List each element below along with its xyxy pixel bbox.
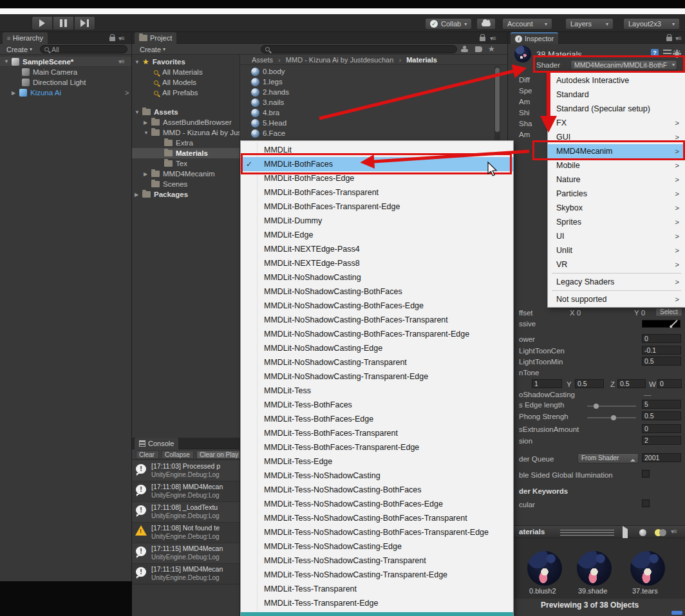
shader-variant-item[interactable]: MMDLit-NoShadowCasting-BothFaces-Transpa… bbox=[241, 327, 513, 341]
render-queue-field[interactable]: 2001 bbox=[642, 453, 681, 462]
foldout-closed-icon[interactable]: ▶ bbox=[12, 90, 19, 96]
foldout-open-icon[interactable]: ▼ bbox=[135, 59, 142, 65]
material-preview-sphere[interactable] bbox=[577, 551, 612, 586]
tree-item-materials-selected[interactable]: Materials bbox=[132, 148, 240, 158]
shadow-casting-value[interactable]: — bbox=[644, 391, 652, 398]
gear-icon[interactable] bbox=[675, 51, 679, 56]
panel-menu-icon[interactable]: ▾≡ bbox=[118, 35, 124, 42]
shader-category-item[interactable]: UI> bbox=[548, 229, 685, 243]
edge-length-field[interactable]: 5 bbox=[642, 400, 681, 409]
tab-hierarchy[interactable]: ≡ Hierarchy bbox=[3, 32, 48, 44]
search-by-label-icon[interactable] bbox=[475, 46, 482, 52]
texture-select-button[interactable]: Select bbox=[655, 308, 682, 317]
shader-variant-item[interactable]: MMDLit-Tess-NoShadowCasting-Transparent bbox=[241, 554, 513, 568]
shader-variant-item[interactable]: MMDLit bbox=[241, 143, 513, 157]
shader-variant-item[interactable]: MMDLit-Tess-Transparent bbox=[241, 582, 513, 596]
file-item[interactable]: 2.hands bbox=[251, 87, 470, 97]
tree-item-tex[interactable]: Tex bbox=[164, 158, 240, 169]
hierarchy-search-input[interactable]: All bbox=[40, 45, 127, 53]
file-item[interactable]: 0.body bbox=[251, 66, 470, 77]
console-entry[interactable]: ! [17:11:15] MMD4Mecan UnityEngine.Debug… bbox=[132, 543, 240, 564]
shader-variant-item[interactable]: MMDLit-NoShadowCasting-Transparent bbox=[241, 355, 513, 369]
sion-field[interactable]: 2 bbox=[642, 436, 681, 445]
double-sided-gi-checkbox[interactable] bbox=[642, 470, 650, 478]
console-clear-on-play-button[interactable]: Clear on Play bbox=[196, 451, 240, 459]
vector-x-field[interactable]: 1 bbox=[532, 379, 562, 388]
shader-category-item[interactable]: Nature> bbox=[548, 173, 685, 187]
shader-variant-item[interactable]: MMDLit-Tess-NoShadowCasting-Transparent-… bbox=[241, 568, 513, 582]
console-entry[interactable]: ! [17:11:08] MMD4Mecan UnityEngine.Debug… bbox=[132, 481, 240, 502]
tab-inspector[interactable]: i Inspector bbox=[511, 32, 558, 44]
shader-variant-item[interactable]: MMDLit-NEXTEdge-Pass4 bbox=[241, 242, 513, 256]
panel-menu-icon[interactable]: ▾≡ bbox=[490, 35, 496, 42]
favorite-all-materials[interactable]: All Materials bbox=[154, 67, 240, 77]
shader-variant-item-selected[interactable]: ✓MMDLit-BothFaces bbox=[241, 157, 513, 171]
shader-variant-item[interactable]: MMDLit-NoShadowCasting-BothFaces-Transpa… bbox=[241, 313, 513, 327]
presets-icon[interactable] bbox=[663, 50, 671, 57]
console-entry[interactable]: ! [17:11:08] _LoadTextu UnityEngine.Debu… bbox=[132, 502, 240, 523]
material-preview-sphere[interactable] bbox=[527, 551, 562, 586]
hierarchy-create-button[interactable]: Create ▾ bbox=[4, 44, 35, 54]
shader-variant-item[interactable]: MMDLit-NoShadowCasting-Edge bbox=[241, 341, 513, 355]
shader-category-item[interactable]: FX> bbox=[548, 116, 685, 130]
shader-variant-item[interactable]: MMDLit-Tess-BothFaces-Edge bbox=[241, 412, 513, 426]
breadcrumb-folder[interactable]: MMD - Kizuna Ai by Justdesuchan bbox=[286, 56, 394, 64]
tree-item-scenes[interactable]: Scenes bbox=[151, 179, 240, 189]
extrusion-field[interactable]: 0 bbox=[642, 424, 681, 433]
shader-variant-item[interactable]: MMDLit-Dummy bbox=[241, 214, 513, 228]
shader-category-item[interactable]: VR> bbox=[548, 257, 685, 272]
assets-root[interactable]: ▼ Assets bbox=[135, 107, 240, 117]
foldout-open-icon[interactable]: ▼ bbox=[4, 59, 12, 64]
packages-root[interactable]: ▶ Packages bbox=[135, 189, 240, 200]
layout-button[interactable]: Layout2x3 ▾ bbox=[623, 18, 680, 30]
console-entry[interactable]: ! [17:11:08] Not found te UnityEngine.De… bbox=[132, 523, 240, 543]
scrollbar-track[interactable] bbox=[494, 66, 500, 150]
layers-button[interactable]: Layers ▾ bbox=[565, 18, 614, 30]
file-item[interactable]: 1.legs bbox=[251, 77, 470, 87]
collab-button[interactable]: ✓ Collab ▾ bbox=[425, 18, 472, 30]
shader-category-item[interactable]: Particles> bbox=[548, 187, 685, 201]
console-entry[interactable]: ! [17:11:15] MMD4Mecan UnityEngine.Debug… bbox=[132, 564, 240, 584]
shader-category-item[interactable]: Legacy Shaders> bbox=[548, 275, 685, 289]
preview-drag-handle[interactable] bbox=[560, 530, 614, 536]
tree-item-mmd-kizuna[interactable]: ▼ MMD - Kizuna Ai by Justdesuchan bbox=[144, 127, 240, 138]
breadcrumb-current[interactable]: Materials bbox=[406, 56, 437, 64]
shader-variant-item[interactable]: MMDLit-Tess-NoShadowCasting bbox=[241, 469, 513, 483]
shader-category-item[interactable]: Autodesk Interactive bbox=[548, 73, 685, 88]
tree-item-mmd4mecanim[interactable]: ▶ MMD4Mecanim bbox=[144, 169, 240, 179]
shader-variant-item[interactable]: MMDLit-NoShadowCasting-BothFaces bbox=[241, 285, 513, 299]
shader-category-item[interactable]: Standard bbox=[548, 88, 685, 102]
shader-variant-item[interactable]: MMDLit-Tess-NoShadowCasting-BothFaces-Tr… bbox=[241, 525, 513, 539]
preview-header-bar[interactable]: aterials ▾≡ bbox=[508, 525, 685, 538]
vector-z-field[interactable]: 0.5 bbox=[617, 379, 646, 388]
shader-variant-item[interactable]: MMDLit-Tess-NoShadowCasting-BothFaces-Tr… bbox=[241, 511, 513, 525]
project-create-button[interactable]: Create ▾ bbox=[137, 44, 168, 54]
preview-menu-icon[interactable]: ▾≡ bbox=[671, 528, 677, 535]
shader-variant-item[interactable]: MMDLit-NoShadowCasting-BothFaces-Edge bbox=[241, 299, 513, 313]
toon-min-field[interactable]: 0.5 bbox=[642, 357, 681, 366]
project-search-input[interactable] bbox=[261, 45, 457, 53]
phong-slider[interactable] bbox=[587, 417, 636, 418]
foldout-closed-icon[interactable]: ▶ bbox=[135, 192, 142, 198]
hierarchy-item-kizuna-ai[interactable]: ▶ Kizuna Ai > bbox=[12, 88, 132, 98]
shader-category-item[interactable]: Unlit> bbox=[548, 243, 685, 257]
file-item[interactable]: 5.Head bbox=[251, 118, 470, 128]
vector-w-field[interactable]: 0 bbox=[657, 379, 682, 388]
shader-variant-item[interactable]: MMDLit-BothFaces-Transparent bbox=[241, 185, 513, 200]
favorites-root[interactable]: ▼ ★ Favorites bbox=[135, 57, 240, 67]
preview-light-toggle-icon[interactable] bbox=[655, 529, 666, 536]
play-button[interactable] bbox=[32, 16, 53, 30]
hierarchy-item-main-camera[interactable]: Main Camera bbox=[22, 67, 132, 77]
cloud-button[interactable] bbox=[476, 18, 496, 30]
file-item[interactable]: 4.bra bbox=[251, 107, 470, 118]
power-field[interactable]: 0 bbox=[642, 334, 681, 343]
shader-variant-item[interactable]: MMDLit-NoShadowCasting-Transparent-Edge bbox=[241, 369, 513, 384]
pause-button[interactable] bbox=[53, 16, 74, 30]
help-icon[interactable]: ? bbox=[651, 49, 659, 57]
shader-variant-item[interactable]: MMDLit-Tess-Transparent-Edge bbox=[241, 596, 513, 610]
toon-cen-field[interactable]: -0.1 bbox=[642, 346, 681, 355]
search-by-type-icon[interactable] bbox=[461, 46, 469, 53]
foldout-closed-icon[interactable]: ▶ bbox=[144, 120, 151, 126]
shader-variant-item[interactable]: MMDLit-Tess-NoShadowCasting-BothFaces bbox=[241, 483, 513, 497]
shader-variant-item[interactable]: MMDLit-NoShadowCasting bbox=[241, 270, 513, 285]
